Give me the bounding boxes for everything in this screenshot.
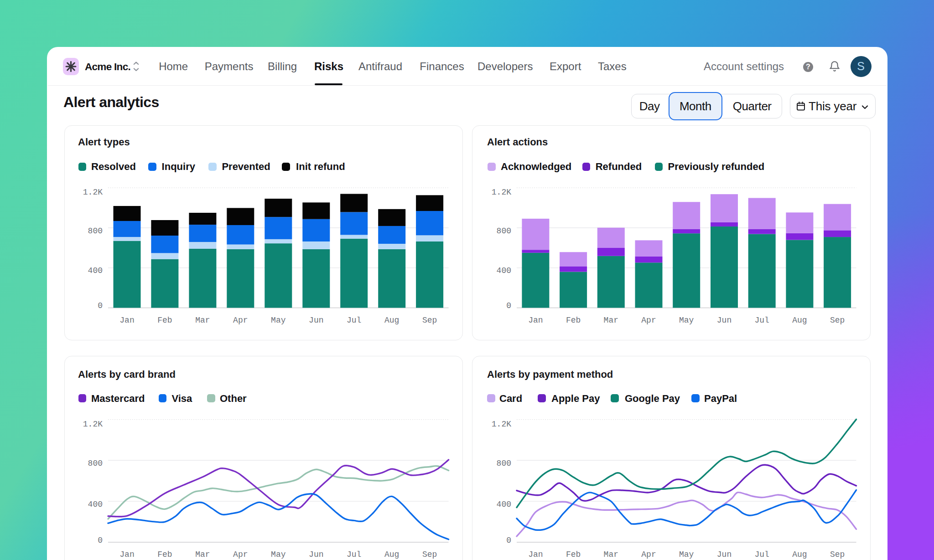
svg-text:400: 400 (88, 266, 103, 275)
svg-text:Jan: Jan (119, 316, 134, 325)
svg-text:Apr: Apr (233, 316, 248, 325)
svg-text:800: 800 (497, 459, 511, 468)
svg-text:Mar: Mar (604, 550, 618, 559)
svg-text:Sep: Sep (422, 550, 437, 559)
svg-text:Jan: Jan (528, 550, 543, 559)
svg-text:Jul: Jul (754, 316, 769, 325)
svg-text:Jul: Jul (347, 316, 361, 325)
svg-text:Mar: Mar (604, 316, 618, 325)
svg-text:Sep: Sep (422, 316, 437, 325)
svg-text:0: 0 (98, 536, 103, 545)
svg-text:0: 0 (506, 536, 511, 545)
svg-text:800: 800 (88, 226, 103, 236)
svg-text:Mar: Mar (195, 550, 210, 559)
svg-text:Aug: Aug (792, 316, 807, 325)
svg-text:Sep: Sep (830, 550, 845, 559)
svg-text:Jan: Jan (119, 550, 134, 559)
svg-text:Jan: Jan (528, 316, 543, 325)
svg-text:May: May (679, 550, 694, 559)
svg-text:May: May (271, 550, 286, 559)
svg-text:Apr: Apr (641, 316, 656, 325)
svg-text:Jun: Jun (309, 550, 323, 559)
svg-text:800: 800 (88, 459, 103, 468)
svg-text:Jun: Jun (717, 550, 732, 559)
svg-text:Aug: Aug (384, 550, 399, 559)
svg-text:Aug: Aug (792, 550, 807, 559)
svg-text:1.2K: 1.2K (83, 420, 103, 429)
svg-text:Jul: Jul (754, 550, 769, 559)
svg-text:Aug: Aug (384, 316, 399, 325)
svg-text:Feb: Feb (566, 316, 581, 325)
svg-text:1.2K: 1.2K (492, 420, 511, 429)
svg-text:1.2K: 1.2K (492, 188, 511, 197)
svg-text:Sep: Sep (830, 316, 845, 325)
svg-text:May: May (271, 316, 286, 325)
svg-text:Feb: Feb (157, 316, 172, 325)
svg-text:Jul: Jul (347, 550, 361, 559)
svg-text:Jun: Jun (309, 316, 323, 325)
svg-text:400: 400 (497, 266, 511, 275)
svg-text:Apr: Apr (233, 550, 248, 559)
svg-text:0: 0 (98, 301, 103, 310)
svg-text:Feb: Feb (566, 550, 581, 559)
svg-text:Mar: Mar (195, 316, 210, 325)
svg-text:1.2K: 1.2K (83, 188, 103, 197)
svg-text:May: May (679, 316, 694, 325)
svg-text:400: 400 (497, 500, 511, 509)
svg-text:800: 800 (497, 226, 511, 236)
svg-text:400: 400 (88, 500, 103, 509)
svg-text:Jun: Jun (717, 316, 732, 325)
svg-text:0: 0 (506, 301, 511, 310)
svg-text:Apr: Apr (641, 550, 656, 559)
svg-text:Feb: Feb (157, 550, 172, 559)
